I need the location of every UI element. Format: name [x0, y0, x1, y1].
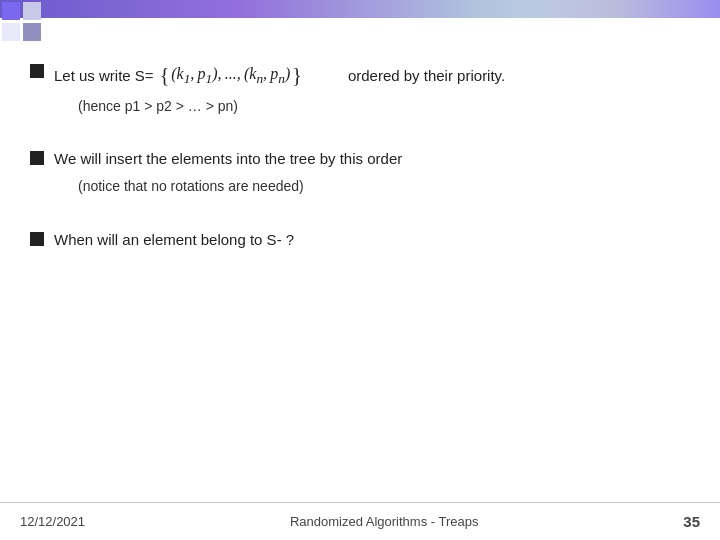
bullet-2-main-text: We will insert the elements into the tre…: [54, 147, 690, 171]
corner-sq-2: [23, 2, 41, 20]
bullet-2-subtext: (notice that no rotations are needed): [54, 175, 690, 197]
bullet-1-subtext: (hence p1 > p2 > … > pn): [54, 95, 690, 117]
bullet-icon-2: [30, 151, 44, 165]
bullet-1-ordered-text: ordered by their priority.: [348, 63, 505, 89]
bullet-section-3: When will an element belong to S- ?: [30, 228, 690, 252]
bullet-content-3: When will an element belong to S- ?: [54, 228, 690, 252]
bullet-1-main-line: Let us write S= { (k1, p1), ..., (kn, pn…: [54, 60, 690, 91]
bullet-content-1: Let us write S= { (k1, p1), ..., (kn, pn…: [54, 60, 690, 117]
corner-decoration: [2, 2, 42, 42]
bullet-icon-3: [30, 232, 44, 246]
footer-date: 12/12/2021: [20, 514, 85, 529]
bullet-content-2: We will insert the elements into the tre…: [54, 147, 690, 197]
bullet-section-1: Let us write S= { (k1, p1), ..., (kn, pn…: [30, 60, 690, 117]
bullet-item-3: When will an element belong to S- ?: [30, 228, 690, 252]
footer-center-text: Randomized Algorithms - Treaps: [85, 514, 683, 529]
bullet-section-2: We will insert the elements into the tre…: [30, 147, 690, 197]
bullet-3-main-text: When will an element belong to S- ?: [54, 228, 690, 252]
bullet-item-1: Let us write S= { (k1, p1), ..., (kn, pn…: [30, 60, 690, 117]
bullet-1-text-prefix: Let us write S=: [54, 63, 154, 89]
footer: 12/12/2021 Randomized Algorithms - Treap…: [0, 502, 720, 540]
top-right-decorative-bar: [520, 0, 720, 18]
corner-sq-3: [2, 23, 20, 41]
bullet-item-2: We will insert the elements into the tre…: [30, 147, 690, 197]
set-notation: { (k1, p1), ..., (kn, pn) }: [160, 60, 302, 91]
bullet-icon-1: [30, 64, 44, 78]
corner-sq-4: [23, 23, 41, 41]
footer-page-number: 35: [683, 513, 700, 530]
corner-sq-1: [2, 2, 20, 20]
main-content: Let us write S= { (k1, p1), ..., (kn, pn…: [0, 40, 720, 500]
